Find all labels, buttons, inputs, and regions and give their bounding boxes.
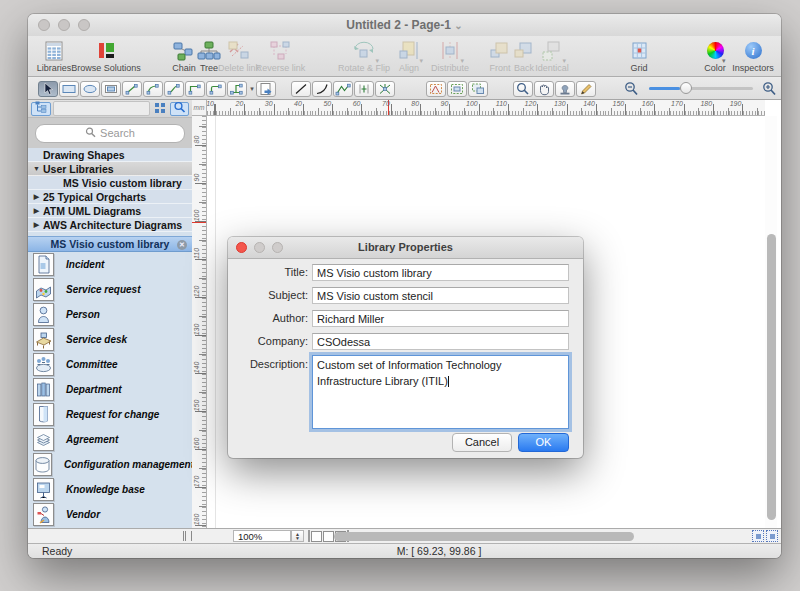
midline-tool-button[interactable] bbox=[354, 81, 374, 97]
vertical-scrollbar-thumb[interactable] bbox=[767, 234, 776, 520]
vertical-scrollbar[interactable] bbox=[765, 116, 777, 528]
snap-grid-icon[interactable] bbox=[752, 530, 764, 542]
grid-view-button[interactable] bbox=[152, 102, 168, 116]
connector-direct-tool-button[interactable] bbox=[122, 81, 142, 97]
title-dropdown-icon[interactable]: ⌄ bbox=[454, 20, 462, 31]
search-icon bbox=[173, 100, 186, 118]
library-item-service-request[interactable]: Service request bbox=[28, 277, 192, 302]
cancel-button[interactable]: Cancel bbox=[452, 433, 512, 452]
author-field[interactable] bbox=[312, 310, 569, 327]
library-item-configuration-management[interactable]: Configuration management ... bbox=[28, 452, 192, 477]
title-field[interactable] bbox=[312, 264, 569, 281]
ellipse-tool-button[interactable] bbox=[80, 81, 100, 97]
connector-arc-tool-button[interactable] bbox=[143, 81, 163, 97]
pencil-tool-button[interactable] bbox=[576, 81, 596, 97]
spline-tool-button[interactable] bbox=[375, 81, 395, 97]
zoom-in-icon[interactable] bbox=[761, 81, 779, 97]
zoom-slider-thumb[interactable] bbox=[680, 82, 692, 94]
disclosure-right-icon[interactable]: ▶ bbox=[32, 207, 41, 215]
polyline-tool-button[interactable] bbox=[333, 81, 353, 97]
disclosure-right-icon[interactable]: ▶ bbox=[32, 193, 41, 201]
title-field-label: Title: bbox=[232, 264, 308, 281]
h-ruler-label: 60 bbox=[345, 100, 361, 107]
library-item-committee[interactable]: Committee bbox=[28, 352, 192, 377]
v-ruler-label: 140 bbox=[193, 361, 200, 375]
library-panel-header[interactable]: MS Visio custom library ✕ bbox=[28, 236, 192, 252]
page-box-1[interactable] bbox=[311, 531, 322, 542]
identical-button: ▾Identical bbox=[535, 38, 569, 73]
insert-object-tool-button[interactable] bbox=[256, 81, 276, 97]
library-item-department[interactable]: Department bbox=[28, 377, 192, 402]
connector-elbow-tool-button[interactable] bbox=[185, 81, 205, 97]
disclosure-down-icon[interactable]: ▼ bbox=[32, 165, 41, 172]
search-input[interactable]: Search bbox=[35, 124, 185, 143]
splitter-handle[interactable] bbox=[183, 531, 192, 541]
reverse-link-button: Reverse link bbox=[258, 38, 303, 73]
subject-field[interactable] bbox=[312, 287, 569, 304]
tree-button[interactable]: Tree bbox=[198, 38, 220, 73]
close-library-icon[interactable]: ✕ bbox=[177, 240, 187, 250]
browse-solutions-button[interactable]: Browse Solutions bbox=[74, 38, 138, 73]
connector-rounded-tool-button[interactable] bbox=[206, 81, 226, 97]
horizontal-scrollbar[interactable] bbox=[328, 532, 751, 541]
tree-item-user-libraries[interactable]: ▼User Libraries bbox=[28, 162, 192, 176]
libraries-button[interactable]: Libraries bbox=[34, 38, 74, 73]
ok-button[interactable]: OK bbox=[518, 433, 569, 452]
zoom-icon bbox=[515, 82, 531, 96]
search-placeholder: Search bbox=[100, 127, 135, 139]
tree-item-atm-uml-diagrams[interactable]: ▶ATM UML Diagrams bbox=[28, 204, 192, 218]
hand-tool-button[interactable] bbox=[534, 81, 554, 97]
reshape-group-tool-button[interactable] bbox=[447, 81, 467, 97]
inspectors-button[interactable]: Inspectors bbox=[729, 38, 777, 73]
tree-item-drawing-shapes[interactable]: Drawing Shapes bbox=[28, 148, 192, 162]
person-icon bbox=[33, 303, 54, 326]
color-button[interactable]: ▾Color bbox=[701, 38, 729, 73]
tree-item-ms-visio-custom-library[interactable]: MS Visio custom library bbox=[28, 176, 192, 190]
disclosure-right-icon[interactable]: ▶ bbox=[32, 221, 41, 229]
tree-view-button[interactable] bbox=[31, 102, 51, 116]
zoom-stepper[interactable]: ▲▼ bbox=[291, 530, 304, 542]
reshape-scale-tool-button[interactable] bbox=[468, 81, 488, 97]
company-field[interactable] bbox=[312, 333, 569, 350]
window-titlebar[interactable]: Untitled 2 - Page-1 ⌄ bbox=[28, 14, 781, 37]
dialog-titlebar[interactable]: Library Properties bbox=[228, 237, 583, 259]
hand-icon bbox=[536, 82, 552, 96]
snap-object-icon[interactable] bbox=[766, 530, 778, 542]
line-tool-button[interactable] bbox=[291, 81, 311, 97]
document-icon bbox=[33, 253, 54, 276]
grid-button[interactable]: Grid bbox=[627, 38, 651, 73]
library-item-knowledge-base[interactable]: Knowledge base bbox=[28, 477, 192, 502]
library-item-service-desk[interactable]: Service desk bbox=[28, 327, 192, 352]
zoom-tool-button[interactable] bbox=[513, 81, 533, 97]
h-ruler-label: 50 bbox=[315, 100, 331, 107]
text-frame-tool-button[interactable] bbox=[101, 81, 121, 97]
sidebar-search-button[interactable] bbox=[170, 102, 189, 116]
horizontal-scrollbar-thumb[interactable] bbox=[334, 532, 634, 541]
connector-bezier-tool-button[interactable] bbox=[164, 81, 184, 97]
library-item-incident[interactable]: Incident bbox=[28, 252, 192, 277]
tree-item-aws-architecture-diagrams[interactable]: ▶AWS Architecture Diagrams bbox=[28, 218, 192, 232]
library-item-request-for-change[interactable]: Request for change bbox=[28, 402, 192, 427]
select-tool-button[interactable] bbox=[38, 81, 58, 97]
library-item-person[interactable]: Person bbox=[28, 302, 192, 327]
connector-tree-tool-button[interactable] bbox=[227, 81, 247, 97]
description-textarea[interactable]: Custom set of Information Technology Inf… bbox=[312, 355, 569, 429]
tree-item-25-typical-orgcharts[interactable]: ▶25 Typical Orgcharts bbox=[28, 190, 192, 204]
desk-icon bbox=[33, 328, 54, 351]
library-item-vendor[interactable]: Vendor bbox=[28, 502, 192, 527]
chain-button[interactable]: Chain bbox=[170, 38, 198, 73]
toolbar-button-label: Distribute bbox=[431, 63, 469, 73]
rectangle-tool-button[interactable] bbox=[59, 81, 79, 97]
v-ruler-label: 130 bbox=[193, 323, 200, 337]
connector-dropdown-icon[interactable]: ▾ bbox=[248, 85, 256, 93]
zoom-slider-track[interactable] bbox=[649, 87, 753, 90]
library-item-label: Configuration management ... bbox=[64, 459, 192, 470]
reshape-skew-tool-button[interactable] bbox=[426, 81, 446, 97]
stamp-tool-button[interactable] bbox=[555, 81, 575, 97]
zoom-out-icon[interactable] bbox=[623, 81, 641, 97]
pencil-icon bbox=[578, 82, 594, 96]
status-bar: Ready M: [ 69.23, 99.86 ] bbox=[28, 543, 781, 558]
library-item-agreement[interactable]: Agreement bbox=[28, 427, 192, 452]
arc-tool-button[interactable] bbox=[312, 81, 332, 97]
zoom-level-field[interactable]: 100% bbox=[233, 530, 291, 542]
